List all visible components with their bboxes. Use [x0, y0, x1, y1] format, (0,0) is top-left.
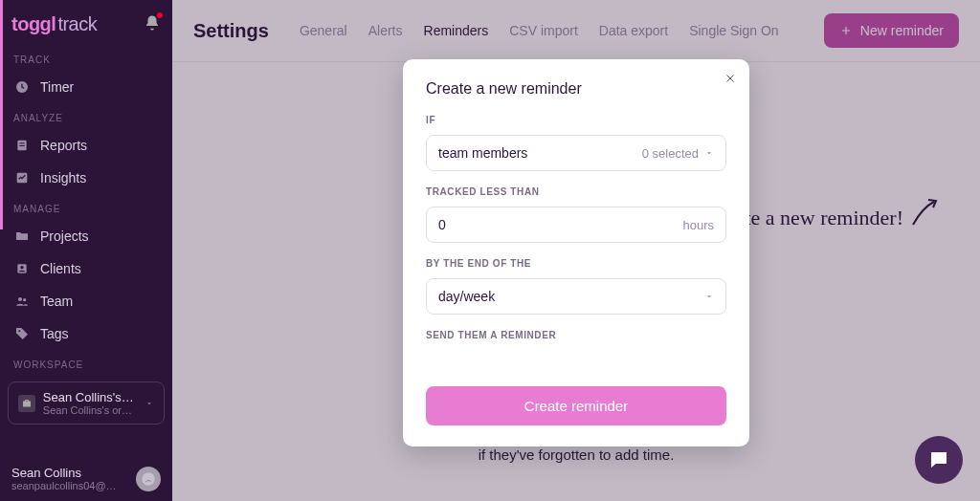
svg-point-8	[23, 298, 26, 301]
sidebar-item-team[interactable]: Team	[0, 285, 172, 317]
create-reminder-modal: Create a new reminder IF team members 0 …	[403, 59, 749, 447]
create-reminder-button[interactable]: Create reminder	[426, 386, 726, 425]
create-reminder-label: Create reminder	[524, 398, 628, 414]
team-members-select[interactable]: team members 0 selected	[426, 135, 726, 171]
sidebar: toggltrack TRACKTimerANALYZEReportsInsig…	[0, 0, 172, 501]
hours-unit: hours	[682, 218, 714, 232]
nav-group-title: TRACK	[0, 45, 172, 71]
modal-overlay: Create a new reminder IF team members 0 …	[172, 0, 980, 501]
hours-field: hours	[426, 207, 726, 243]
briefcase-icon	[18, 395, 35, 412]
clock-icon	[13, 78, 31, 96]
selected-count: 0 selected	[642, 146, 699, 161]
svg-point-7	[18, 297, 22, 301]
sidebar-item-label: Timer	[40, 79, 74, 95]
sidebar-item-clients[interactable]: Clients	[0, 252, 172, 285]
workspace-switcher[interactable]: Sean Collins's … Sean Collins's org…	[8, 381, 165, 425]
label-send: SEND THEM A REMINDER	[426, 330, 726, 340]
nav-group-title: ANALYZE	[0, 103, 172, 129]
brand-product: track	[57, 13, 97, 34]
user-menu[interactable]: Sean Collins seanpaulcollins04@…	[0, 456, 172, 501]
svg-point-6	[20, 266, 23, 269]
sidebar-item-label: Projects	[40, 229, 89, 244]
svg-point-9	[18, 330, 20, 332]
chevron-down-icon	[704, 292, 714, 301]
label-if: IF	[426, 115, 726, 125]
people-icon	[13, 293, 31, 310]
tag-icon	[13, 325, 31, 342]
workspace-group-title: WORKSPACE	[0, 350, 172, 376]
close-icon	[724, 73, 736, 84]
sidebar-item-label: Clients	[40, 261, 81, 276]
team-members-label: team members	[438, 145, 527, 161]
svg-point-10	[142, 472, 154, 485]
sidebar-item-label: Insights	[40, 170, 86, 185]
brand-name: toggl	[11, 13, 56, 34]
chat-fab[interactable]	[915, 436, 963, 484]
user-name: Sean Collins	[11, 466, 117, 480]
accent-stripe	[0, 0, 3, 229]
svg-rect-3	[19, 145, 24, 146]
notification-dot-icon	[157, 12, 163, 18]
hours-input[interactable]	[438, 217, 496, 232]
svg-rect-2	[19, 142, 24, 143]
chevron-down-icon	[704, 148, 714, 158]
sidebar-item-insights[interactable]: Insights	[0, 162, 172, 194]
close-button[interactable]	[724, 71, 736, 88]
chevron-down-icon	[145, 399, 154, 408]
nav-group-title: MANAGE	[0, 194, 172, 220]
main-content: Settings GeneralAlertsRemindersCSV impor…	[172, 0, 980, 501]
person-icon	[13, 260, 31, 277]
sidebar-item-reports[interactable]: Reports	[0, 129, 172, 162]
chat-icon	[927, 448, 950, 471]
folder-icon	[13, 228, 31, 245]
sidebar-item-label: Tags	[40, 326, 69, 341]
logo[interactable]: toggltrack	[11, 13, 97, 35]
sidebar-item-timer[interactable]: Timer	[0, 71, 172, 103]
label-tracked: TRACKED LESS THAN	[426, 186, 726, 197]
user-email: seanpaulcollins04@…	[11, 480, 117, 491]
chart-icon	[13, 169, 31, 186]
notification-bell-icon[interactable]	[144, 14, 161, 35]
modal-title: Create a new reminder	[426, 80, 726, 98]
label-end: BY THE END OF THE	[426, 258, 726, 269]
period-select[interactable]: day/week	[426, 278, 726, 315]
sidebar-item-label: Reports	[40, 138, 87, 153]
workspace-sub: Sean Collins's org…	[43, 404, 137, 416]
period-value: day/week	[438, 289, 495, 304]
avatar	[136, 467, 161, 491]
doc-icon	[13, 137, 31, 154]
workspace-name: Sean Collins's …	[43, 390, 137, 404]
sidebar-item-tags[interactable]: Tags	[0, 317, 172, 350]
sidebar-item-label: Team	[40, 294, 73, 309]
sidebar-item-projects[interactable]: Projects	[0, 220, 172, 252]
